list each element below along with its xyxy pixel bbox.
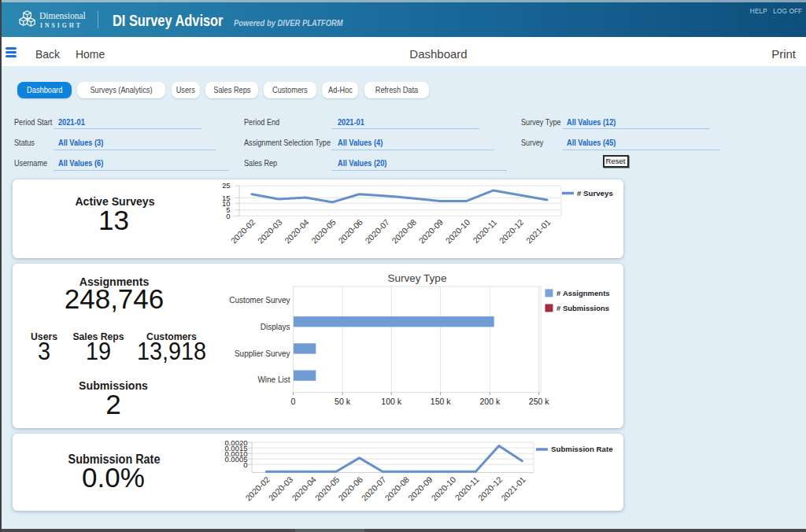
svg-text:200 k: 200 k (479, 397, 500, 406)
svg-text:2020-06: 2020-06 (336, 475, 364, 503)
svg-text:2021-01: 2021-01 (499, 475, 527, 503)
svg-text:2020-07: 2020-07 (360, 475, 388, 503)
svg-text:Survey Type: Survey Type (388, 272, 447, 284)
svg-text:2020-02: 2020-02 (243, 475, 272, 503)
svg-text:2020-09: 2020-09 (406, 475, 434, 503)
svg-text:2020-10: 2020-10 (429, 475, 457, 503)
svg-text:Wine List: Wine List (257, 375, 290, 384)
svg-text:2020-05: 2020-05 (309, 217, 338, 246)
svg-text:# Submissions: # Submissions (556, 304, 609, 312)
svg-text:2020-04: 2020-04 (290, 475, 318, 503)
svg-text:100 k: 100 k (381, 397, 401, 406)
svg-text:Displays: Displays (261, 323, 290, 331)
svg-text:2020-08: 2020-08 (390, 217, 418, 246)
svg-text:2021-01: 2021-01 (524, 217, 553, 246)
svg-text:50 k: 50 k (335, 397, 351, 406)
svg-text:Submission Rate: Submission Rate (551, 445, 613, 453)
svg-text:0: 0 (243, 460, 247, 469)
svg-text:2020-09: 2020-09 (416, 217, 445, 246)
svg-text:2020-05: 2020-05 (313, 475, 342, 503)
svg-text:# Assignments: # Assignments (556, 289, 610, 297)
svg-text:250 k: 250 k (529, 397, 549, 406)
svg-text:0: 0 (291, 397, 296, 406)
svg-text:0: 0 (226, 212, 230, 220)
svg-text:# Surveys: # Surveys (577, 189, 613, 198)
svg-text:2020-03: 2020-03 (256, 217, 284, 246)
svg-text:2020-12: 2020-12 (497, 217, 526, 246)
svg-text:Supplier Survey: Supplier Survey (235, 349, 290, 358)
svg-text:150 k: 150 k (431, 397, 451, 406)
svg-text:2020-10: 2020-10 (443, 217, 471, 246)
svg-text:2020-08: 2020-08 (383, 475, 411, 503)
svg-text:2020-11: 2020-11 (453, 475, 481, 502)
svg-text:2020-02: 2020-02 (229, 217, 257, 246)
svg-text:2020-06: 2020-06 (336, 217, 364, 246)
svg-text:2020-04: 2020-04 (283, 217, 311, 246)
svg-text:2020-03: 2020-03 (267, 475, 295, 503)
svg-text:Customer Survey: Customer Survey (229, 296, 290, 305)
svg-text:2020-11: 2020-11 (471, 217, 498, 245)
svg-text:2020-07: 2020-07 (363, 217, 391, 246)
svg-text:2020-12: 2020-12 (476, 475, 505, 503)
svg-text:25: 25 (223, 181, 231, 190)
